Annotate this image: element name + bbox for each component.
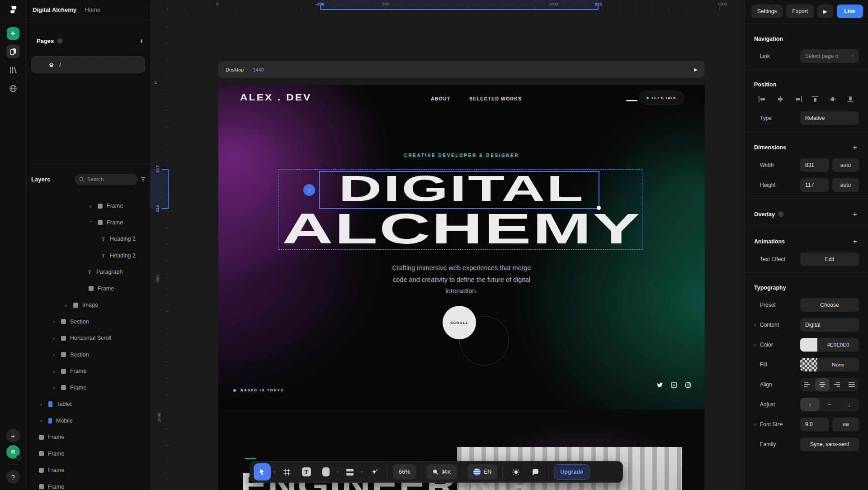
chevron-down-icon[interactable]: ›: [272, 471, 278, 473]
layer-row[interactable]: ›Tablet: [27, 396, 150, 413]
color-hex-value[interactable]: #E0E0E0: [817, 342, 859, 347]
nav-link-works[interactable]: SELECTED WORKS: [469, 96, 522, 101]
layer-row[interactable]: ›Section: [27, 314, 150, 330]
adjust-down-button[interactable]: ↓: [840, 398, 859, 411]
resize-handle[interactable]: [597, 206, 601, 210]
text-align-right[interactable]: [830, 378, 844, 391]
font-size-unit-chip[interactable]: vw: [832, 418, 859, 431]
align-top-icon[interactable]: [809, 95, 821, 103]
layer-row[interactable]: Frame: [27, 462, 150, 479]
frame-tool[interactable]: [279, 464, 295, 480]
nav-link-about[interactable]: ABOUT: [431, 96, 450, 101]
info-icon[interactable]: i: [57, 38, 63, 44]
upgrade-button[interactable]: Upgrade: [554, 464, 590, 480]
text-effect-edit-button[interactable]: Edit: [800, 252, 859, 266]
canvas[interactable]: 0-20650010006251500 02173345001000 Deskt…: [151, 0, 745, 490]
instagram-icon[interactable]: [685, 382, 691, 388]
layer-row[interactable]: ›Mobile: [27, 413, 150, 429]
zoom-level[interactable]: 66%: [393, 464, 416, 480]
sidebar-tab-publish[interactable]: [6, 82, 20, 95]
breakpoint-device-label[interactable]: Desktop: [226, 67, 244, 72]
fill-value[interactable]: None: [817, 362, 859, 367]
add-overlay-button[interactable]: +: [853, 210, 857, 218]
chevron-left-icon[interactable]: ‹: [754, 421, 760, 428]
site-frame[interactable]: ALEX . DEV ABOUT SELECTED WORKS LET'S TA…: [218, 85, 705, 490]
sidebar-tab-pages[interactable]: [6, 45, 20, 58]
ai-tool[interactable]: [366, 464, 382, 480]
align-bottom-icon[interactable]: [844, 95, 856, 103]
chevron-right-icon[interactable]: ›: [40, 418, 44, 423]
search-command[interactable]: ⌘K: [426, 464, 457, 480]
app-logo[interactable]: [0, 0, 26, 19]
height-input[interactable]: 117: [800, 178, 829, 192]
shape-tool[interactable]: [318, 464, 334, 480]
lets-talk-button[interactable]: LET'S TALK: [639, 90, 684, 105]
align-right-icon[interactable]: [792, 95, 804, 103]
chevron-right-icon[interactable]: ›: [53, 352, 57, 357]
chevron-right-icon[interactable]: ›: [65, 302, 69, 308]
layer-row[interactable]: TParagraph: [27, 264, 150, 281]
layer-row[interactable]: ›Frame: [27, 363, 150, 380]
avatar[interactable]: R: [6, 445, 20, 459]
transparent-swatch[interactable]: [800, 358, 817, 371]
breakpoint-width-label[interactable]: 1440: [253, 67, 264, 72]
content-input[interactable]: Digital: [800, 318, 859, 332]
chevron-right-icon[interactable]: ›: [53, 368, 57, 374]
layer-row[interactable]: ›Frame: [27, 214, 150, 231]
drag-handle-vertical[interactable]: ↕: [303, 184, 315, 196]
sidebar-tab-library[interactable]: [6, 63, 20, 77]
export-button[interactable]: Export: [786, 5, 814, 18]
twitter-icon[interactable]: [656, 382, 663, 388]
text-align-justify[interactable]: [844, 378, 859, 391]
text-align-center[interactable]: [815, 378, 830, 391]
theme-toggle[interactable]: [508, 464, 524, 480]
layer-row[interactable]: ›Frame: [27, 380, 150, 396]
settings-button[interactable]: Settings: [751, 5, 783, 18]
height-mode-chip[interactable]: auto: [832, 178, 859, 192]
invite-button[interactable]: +: [6, 429, 20, 442]
info-icon[interactable]: i: [778, 211, 784, 217]
live-button[interactable]: Live: [837, 5, 863, 18]
color-control[interactable]: #E0E0E0: [800, 338, 859, 352]
fill-control[interactable]: None: [800, 358, 859, 371]
breakpoint-bar[interactable]: Desktop 1440 ▶: [218, 61, 705, 78]
chevron-down-icon[interactable]: ›: [359, 471, 365, 473]
adjust-minus-button[interactable]: −: [820, 398, 839, 411]
text-tool[interactable]: T: [298, 464, 315, 480]
layer-row[interactable]: Frame: [27, 281, 150, 297]
add-animation-button[interactable]: +: [853, 238, 857, 245]
align-center-h-icon[interactable]: [774, 95, 786, 103]
layer-row[interactable]: ›Image: [27, 297, 150, 314]
language-switcher[interactable]: EN: [467, 464, 497, 480]
font-size-input[interactable]: 9.0: [800, 418, 829, 431]
feedback-button[interactable]: [527, 464, 543, 480]
add-element-button[interactable]: +: [7, 27, 19, 40]
page-row-home[interactable]: /: [31, 56, 145, 73]
search-input[interactable]: [87, 176, 128, 182]
layer-row[interactable]: Frame: [27, 479, 150, 490]
selected-element-outline[interactable]: [319, 171, 599, 209]
chevron-right-icon[interactable]: ›: [40, 401, 44, 407]
layer-row[interactable]: Frame: [27, 429, 150, 446]
text-align-left[interactable]: [800, 378, 815, 391]
align-middle-v-icon[interactable]: [827, 95, 839, 103]
add-page-button[interactable]: +: [139, 37, 144, 45]
color-swatch[interactable]: [800, 338, 817, 352]
layer-row[interactable]: ›Frame: [27, 198, 150, 214]
family-select[interactable]: Syne, sans-serif: [800, 438, 859, 451]
layer-row[interactable]: THeading 2: [27, 247, 150, 264]
collapse-all-icon[interactable]: [140, 176, 146, 183]
layer-row[interactable]: ›Section: [27, 347, 150, 363]
width-mode-chip[interactable]: auto: [832, 158, 859, 172]
align-left-icon[interactable]: [757, 95, 769, 103]
chevron-down-icon[interactable]: ›: [89, 220, 94, 224]
position-type-field[interactable]: Relative: [800, 111, 859, 125]
scroll-button[interactable]: SCROLL: [443, 306, 476, 339]
chevron-left-icon[interactable]: ‹: [754, 322, 760, 328]
preview-button[interactable]: ▶: [817, 5, 833, 18]
chevron-right-icon[interactable]: ›: [90, 203, 94, 209]
preview-play-icon[interactable]: ▶: [694, 67, 698, 72]
current-page-crumb[interactable]: Home: [85, 6, 100, 13]
layout-tool[interactable]: [342, 464, 358, 480]
chevron-right-icon[interactable]: ›: [53, 385, 57, 390]
